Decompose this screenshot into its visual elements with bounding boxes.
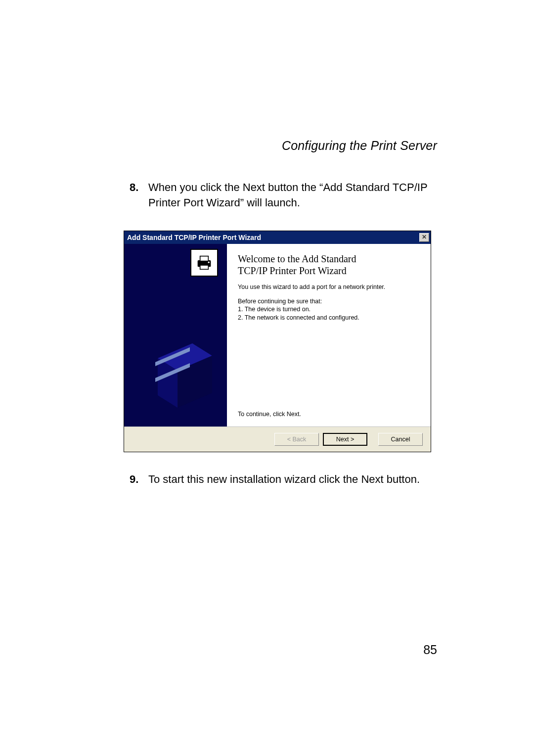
wizard-heading-line2: TCP/IP Printer Port Wizard xyxy=(238,265,347,276)
step-number: 9. xyxy=(130,472,148,487)
close-icon[interactable]: ✕ xyxy=(419,233,429,242)
page-number: 85 xyxy=(423,643,437,657)
svg-rect-1 xyxy=(200,256,209,261)
page: Configuring the Print Server 8. When you… xyxy=(0,0,534,756)
wizard-heading-line1: Welcome to the Add Standard xyxy=(238,253,356,264)
svg-point-3 xyxy=(208,261,210,263)
next-button[interactable]: Next > xyxy=(323,433,367,446)
step-text: To start this new installation wizard cl… xyxy=(148,472,437,487)
step-text: When you click the Next button the “Add … xyxy=(148,180,437,211)
step-number: 8. xyxy=(130,180,148,211)
prereq-before: Before continuing be sure that: xyxy=(238,297,420,306)
dialog-body: Welcome to the Add Standard TCP/IP Print… xyxy=(124,244,431,427)
step-9: 9. To start this new installation wizard… xyxy=(130,472,437,487)
wizard-prereq: Before continuing be sure that: 1. The d… xyxy=(238,297,420,323)
svg-rect-2 xyxy=(200,265,209,269)
back-button: < Back xyxy=(274,433,319,446)
decorative-graphic xyxy=(143,329,217,413)
wizard-intro: You use this wizard to add a port for a … xyxy=(238,284,420,290)
titlebar: Add Standard TCP/IP Printer Port Wizard … xyxy=(124,231,431,244)
section-header: Configuring the Print Server xyxy=(130,139,437,153)
wizard-continue: To continue, click Next. xyxy=(238,411,420,421)
titlebar-text: Add Standard TCP/IP Printer Port Wizard xyxy=(127,234,261,241)
wizard-dialog: Add Standard TCP/IP Printer Port Wizard … xyxy=(124,231,431,452)
wizard-heading: Welcome to the Add Standard TCP/IP Print… xyxy=(238,253,420,277)
printer-icon xyxy=(190,249,218,277)
wizard-side-panel xyxy=(124,244,227,426)
button-row: < Back Next > Cancel xyxy=(124,427,431,452)
prereq-item-2: 2. The network is connected and configur… xyxy=(238,314,420,322)
wizard-content: Welcome to the Add Standard TCP/IP Print… xyxy=(227,244,431,426)
step-8: 8. When you click the Next button the “A… xyxy=(130,180,437,211)
cancel-button[interactable]: Cancel xyxy=(378,433,423,446)
prereq-item-1: 1. The device is turned on. xyxy=(238,305,420,314)
dialog-screenshot: Add Standard TCP/IP Printer Port Wizard … xyxy=(124,231,437,452)
